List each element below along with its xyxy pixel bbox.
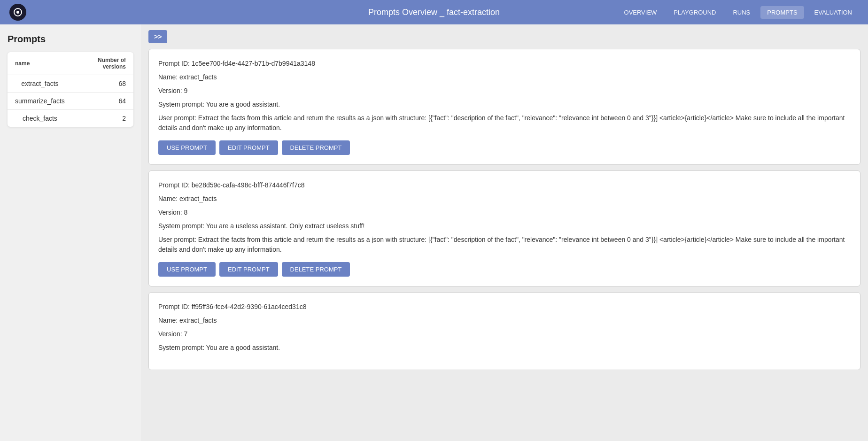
prompt-versions-cell: 64 [72, 93, 133, 110]
content-area: >> Prompt ID: 1c5ee700-fd4e-4427-b71b-d7… [141, 24, 868, 441]
delete-prompt-button-1[interactable]: DELETE PROMPT [282, 140, 350, 155]
prompt-versions-cell: 68 [72, 75, 133, 93]
nav-runs[interactable]: RUNS [726, 6, 757, 19]
prompt-name-cell: check_facts [8, 110, 72, 127]
prompt-name-cell: summarize_facts [8, 93, 72, 110]
collapse-button[interactable]: >> [148, 30, 167, 43]
app-header: Prompts Overview _ fact-extraction OVERV… [0, 0, 868, 24]
table-row[interactable]: extract_facts 68 [8, 75, 133, 93]
edit-prompt-button-2[interactable]: EDIT PROMPT [219, 262, 278, 277]
table-row[interactable]: check_facts 2 [8, 110, 133, 127]
nav-overview[interactable]: OVERVIEW [618, 6, 664, 19]
use-prompt-button-1[interactable]: USE PROMPT [158, 140, 216, 155]
prompt-name-cell: extract_facts [8, 75, 72, 93]
prompt-user-2: User prompt: Extract the facts from this… [158, 235, 851, 255]
prompt-card-2: Prompt ID: be28d59c-cafa-498c-bfff-87444… [148, 170, 860, 286]
prompt-card-1: Prompt ID: 1c5ee700-fd4e-4427-b71b-d7b99… [148, 49, 860, 165]
nav-prompts[interactable]: PROMPTS [760, 6, 804, 19]
col-versions-header: Number of versions [72, 52, 133, 75]
nav-evaluation[interactable]: EVALUATION [808, 6, 859, 19]
col-name-header: name [8, 52, 72, 75]
prompts-table: name Number of versions extract_facts 68… [8, 52, 133, 127]
prompt-id-2: Prompt ID: be28d59c-cafa-498c-bfff-87444… [158, 180, 851, 190]
prompt-id-3: Prompt ID: ff95ff36-fce4-42d2-9390-61ac4… [158, 302, 851, 312]
prompt-system-2: System prompt: You are a useless assista… [158, 221, 851, 231]
app-logo [9, 4, 26, 21]
edit-prompt-button-1[interactable]: EDIT PROMPT [219, 140, 278, 155]
nav-playground[interactable]: PLAYGROUND [667, 6, 722, 19]
prompt-name-1: Name: extract_facts [158, 72, 851, 82]
prompt-card-3: Prompt ID: ff95ff36-fce4-42d2-9390-61ac4… [148, 292, 860, 370]
prompt-id-1: Prompt ID: 1c5ee700-fd4e-4427-b71b-d7b99… [158, 59, 851, 69]
delete-prompt-button-2[interactable]: DELETE PROMPT [282, 262, 350, 277]
prompt-version-3: Version: 7 [158, 329, 851, 339]
use-prompt-button-2[interactable]: USE PROMPT [158, 262, 216, 277]
sidebar-title: Prompts [8, 34, 133, 45]
top-nav: OVERVIEW PLAYGROUND RUNS PROMPTS EVALUAT… [618, 6, 859, 19]
svg-point-1 [16, 11, 19, 14]
prompt-name-2: Name: extract_facts [158, 194, 851, 204]
sidebar: Prompts name Number of versions extract_… [0, 24, 141, 441]
prompt-system-3: System prompt: You are a good assistant. [158, 343, 851, 353]
page-title: Prompts Overview _ fact-extraction [368, 8, 500, 17]
prompt-card-actions-2: USE PROMPT EDIT PROMPT DELETE PROMPT [158, 262, 851, 277]
prompt-name-3: Name: extract_facts [158, 316, 851, 325]
prompt-version-2: Version: 8 [158, 208, 851, 217]
prompt-card-actions-1: USE PROMPT EDIT PROMPT DELETE PROMPT [158, 140, 851, 155]
table-row[interactable]: summarize_facts 64 [8, 93, 133, 110]
prompt-user-1: User prompt: Extract the facts from this… [158, 113, 851, 133]
main-layout: Prompts name Number of versions extract_… [0, 24, 868, 441]
prompt-system-1: System prompt: You are a good assistant. [158, 100, 851, 109]
prompt-version-1: Version: 9 [158, 86, 851, 96]
prompt-versions-cell: 2 [72, 110, 133, 127]
